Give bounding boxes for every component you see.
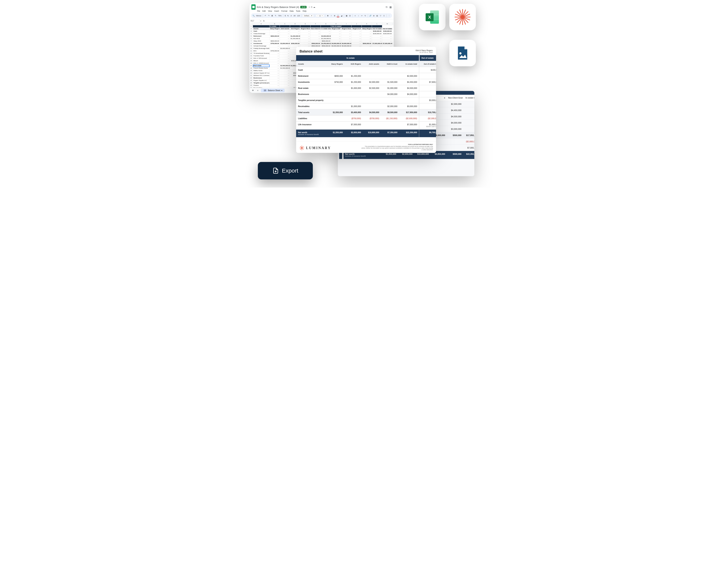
col-header-J[interactable]: J [352,23,362,25]
pdf-disclaimer: FOR ILLUSTRATIVE PURPOSES ONLY This pres… [361,144,433,150]
col-header-F[interactable]: F [311,23,321,25]
history-icon[interactable]: ⟲ [385,6,388,8]
borders-button[interactable]: ▦ [345,15,348,17]
italic-button[interactable]: I [330,15,333,17]
xlsx-badge: .XLSX [300,6,307,8]
functions-button[interactable]: Σ [383,15,385,17]
menu-view[interactable]: View [268,10,272,12]
link-button[interactable]: 🔗 [369,15,372,17]
pdf-asof: As of Oct 9, 2024 [416,52,433,53]
merge-button[interactable]: ⊟ [349,15,351,17]
col-header-D[interactable]: D [290,23,300,25]
luminary-burst-icon [299,145,305,150]
excel-app-icon[interactable]: X [419,4,445,30]
col-header-M[interactable]: M [382,23,392,25]
strike-button[interactable]: S [333,15,336,17]
menu-insert[interactable]: Insert [274,10,279,12]
font-dropdown[interactable]: Defaul...▾ [303,15,314,17]
menu-edit[interactable]: Edit [262,10,266,12]
all-sheets-button[interactable]: ≡ [256,89,260,91]
currency-button[interactable]: $ [284,15,286,17]
pdf-title: Balance sheet [300,50,322,53]
image-file-icon [455,45,470,61]
svg-line-23 [302,146,303,148]
sheets-logo-icon [251,4,256,10]
pdf-client-name: Kirk & Stacy Rogers [416,50,433,52]
toolbar: 🔍 Menus ↶ ↷ 🖶 ✎ 75% $ % .0 .00 123 Defau… [251,13,392,18]
bold-button[interactable]: B [327,15,329,17]
col-header-E[interactable]: E [300,23,311,25]
print-icon[interactable]: 🖶 [271,15,274,17]
menu-format[interactable]: Format [281,10,287,12]
tab-balance-sheet[interactable]: 10 Balance Sheet ▾ [261,89,285,92]
more-button[interactable]: ⋮ [388,15,391,17]
col-header-C[interactable]: C [280,23,290,25]
pdf-band-header: In estate Out of estate [296,55,436,61]
search-menus[interactable]: Menus [256,15,262,17]
col-header-H[interactable]: H [331,23,341,25]
halign-button[interactable]: ≡ [354,15,357,17]
col-header-I[interactable]: I [341,23,352,25]
menu-data[interactable]: Data [290,10,294,12]
inc-dec-button[interactable]: .00 [293,15,296,17]
svg-line-24 [300,148,302,149]
menu-tools[interactable]: Tools [296,10,300,12]
comments-icon[interactable]: ▦ [389,6,392,8]
namebox-dropdown[interactable]: ▾ [260,20,262,22]
image-export-icon[interactable] [449,40,476,66]
fill-color-button[interactable]: ◢ [340,15,343,17]
menu-help[interactable]: Help [303,10,307,12]
select-all-corner[interactable] [250,23,253,25]
document-title[interactable]: Kirk & Stacy Rogers Balance Sheet (4) [257,6,299,8]
search-icon[interactable]: 🔍 [253,15,255,17]
undo-icon[interactable]: ↶ [264,15,267,17]
download-file-icon [272,167,279,174]
star-icon[interactable]: ☆ [308,6,310,8]
font-size[interactable]: −11+ [316,15,324,17]
col-header-B[interactable]: B [269,23,280,25]
move-icon[interactable]: ⎘ [311,6,312,8]
col-header-L[interactable]: L [372,23,382,25]
fx-icon: fx [262,20,266,22]
luminary-burst-icon [454,8,471,26]
menu-file[interactable]: File [257,10,260,12]
luminary-app-icon[interactable] [449,4,476,30]
tab-index-badge: 10 [263,89,267,91]
more-formats-button[interactable]: 123 [297,15,300,17]
tab-dropdown-icon[interactable]: ▾ [281,89,282,91]
col-header-G[interactable]: G [321,23,331,25]
rotate-button[interactable]: ↻ [364,15,367,17]
pdf-balance-sheet: Balance sheet Kirk & Stacy Rogers As of … [296,47,436,153]
add-sheet-button[interactable]: + [251,88,255,92]
export-button[interactable]: Export [258,162,313,179]
svg-point-16 [459,52,462,54]
excel-x-icon: X [425,13,434,21]
svg-line-21 [300,146,302,148]
text-color-button[interactable]: A [337,14,339,17]
cell-reference-box[interactable]: R17 [250,19,260,23]
percent-button[interactable]: % [287,15,289,17]
filter-button[interactable]: ▽ [379,15,382,17]
valign-button[interactable]: ↕ [357,15,360,17]
wrap-button[interactable]: ↩ [361,15,363,17]
col-header-A[interactable]: A [253,23,269,25]
svg-line-22 [302,148,303,149]
zoom-dropdown[interactable]: 75% [278,15,282,17]
dec-dec-button[interactable]: .0 [290,15,292,17]
chart-button[interactable]: ▤ [376,15,379,17]
cloud-icon[interactable]: ☁ [313,6,315,8]
col-header-K[interactable]: K [362,23,372,25]
redo-icon[interactable]: ↷ [267,15,270,17]
comment-button[interactable]: ⊕ [372,15,375,17]
export-label: Export [282,168,298,173]
paint-format-icon[interactable]: ✎ [274,15,277,17]
luminary-brand: LUMINARY [299,145,331,150]
